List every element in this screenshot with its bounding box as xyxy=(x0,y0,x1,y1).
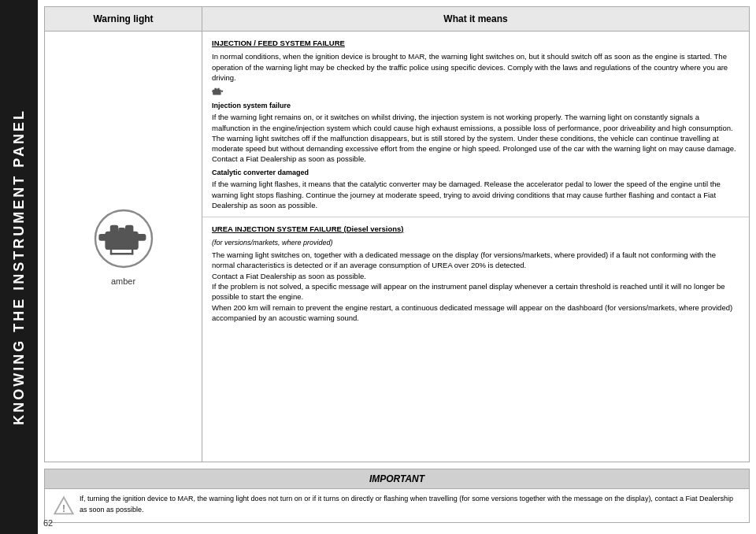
svg-rect-5 xyxy=(136,235,145,239)
vertical-banner: KNOWING THE INSTRUMENT PANEL xyxy=(0,0,38,534)
section2-subtitle: (for versions/markets, where provided) xyxy=(212,238,739,248)
section1-subtitle1: Injection system failure xyxy=(212,101,739,111)
section2-body: The warning light switches on, together … xyxy=(212,250,739,323)
svg-rect-13 xyxy=(212,90,213,91)
section1-subtitle2: Catalytic converter damaged xyxy=(212,168,739,178)
banner-text: KNOWING THE INSTRUMENT PANEL xyxy=(11,109,28,425)
svg-rect-10 xyxy=(213,90,221,95)
section-urea-failure: UREA INJECTION SYSTEM FAILURE (Diesel ve… xyxy=(202,217,749,329)
svg-rect-6 xyxy=(119,228,124,233)
section1-title: INJECTION / FEED SYSTEM FAILURE xyxy=(212,38,739,48)
icon-cell: amber xyxy=(45,32,202,462)
inline-engine-icon xyxy=(212,87,226,98)
engine-warning-icon xyxy=(92,207,155,270)
text-cell: INJECTION / FEED SYSTEM FAILURE In norma… xyxy=(202,32,749,462)
important-box: IMPORTANT ! If, turning the ignition dev… xyxy=(44,469,750,523)
svg-rect-12 xyxy=(217,87,219,90)
important-body-text: If, turning the ignition device to MAR, … xyxy=(80,494,741,515)
engine-icon-wrapper: amber xyxy=(92,207,155,286)
warning-table: Warning light What it means xyxy=(44,6,750,462)
svg-rect-15 xyxy=(216,88,217,90)
important-header: IMPORTANT xyxy=(45,469,749,489)
svg-rect-2 xyxy=(111,226,117,234)
page-number: 62 xyxy=(43,518,53,528)
warning-triangle-icon: ! xyxy=(53,495,75,517)
svg-rect-1 xyxy=(106,232,137,249)
svg-rect-4 xyxy=(99,235,107,239)
header-warning-light: Warning light xyxy=(45,7,202,31)
table-body: amber INJECTION / FEED SYSTEM FAILURE In… xyxy=(45,32,749,462)
table-header: Warning light What it means xyxy=(45,7,749,32)
section2-title: UREA INJECTION SYSTEM FAILURE (Diesel ve… xyxy=(212,224,739,234)
svg-rect-14 xyxy=(221,90,223,91)
section-injection-failure: INJECTION / FEED SYSTEM FAILURE In norma… xyxy=(202,32,749,217)
header-what-it-means: What it means xyxy=(202,7,749,31)
section1-body: In normal conditions, when the ignition … xyxy=(212,51,739,83)
main-content: Warning light What it means xyxy=(38,0,756,534)
svg-text:!: ! xyxy=(62,503,65,514)
amber-label: amber xyxy=(111,276,135,286)
section1-body1: If the warning light remains on, or it s… xyxy=(212,112,739,164)
section1-body2: If the warning light flashes, it means t… xyxy=(212,179,739,210)
important-body-wrapper: ! If, turning the ignition device to MAR… xyxy=(45,489,749,522)
svg-rect-3 xyxy=(126,226,132,234)
